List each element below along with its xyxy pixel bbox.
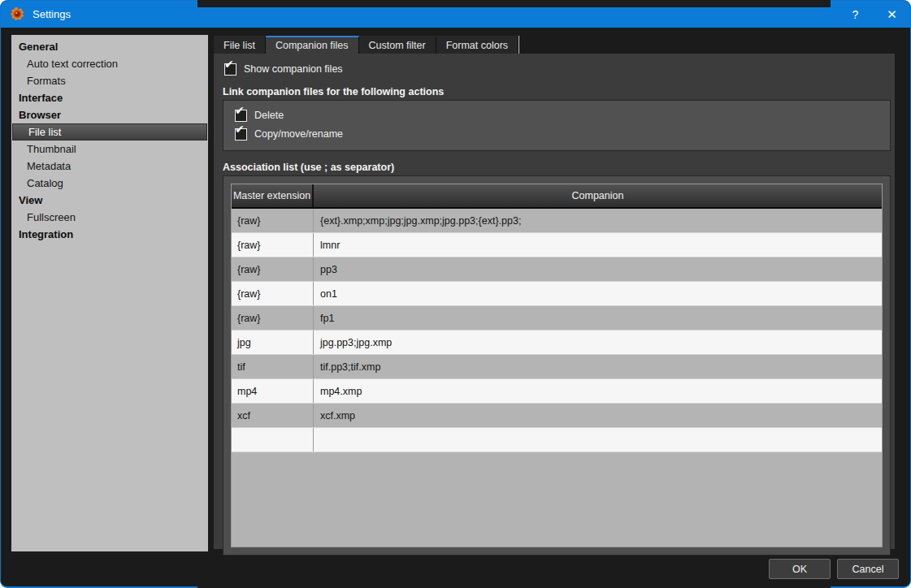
companion-cell[interactable]: fp1 [314,306,882,330]
master-extension-cell[interactable]: {raw} [232,209,314,232]
window-title: Settings [33,8,71,20]
sidebar-item-metadata[interactable]: Metadata [11,158,208,175]
association-row-10[interactable] [232,428,882,452]
association-row-6[interactable]: jpgjpg.pp3;jpg.xmp [232,331,882,355]
cancel-button[interactable]: Cancel [837,559,899,579]
association-row-8[interactable]: mp4mp4.xmp [232,379,882,404]
titlebar-buttons: ? ✕ [837,1,910,28]
companion-cell[interactable]: pp3 [314,257,882,281]
companion-cell[interactable]: tif.pp3;tif.xmp [314,355,882,378]
companion-cell[interactable]: {ext}.xmp;xmp;jpg;jpg.xmp;jpg.pp3;{ext}.… [314,209,882,232]
checkmark-icon: ✔ [235,105,245,116]
association-row-7[interactable]: tiftif.pp3;tif.xmp [232,355,882,379]
checkbox-icon: ✔ [224,63,236,76]
association-row-1[interactable]: {raw}{ext}.xmp;xmp;jpg;jpg.xmp;jpg.pp3;{… [232,209,882,233]
category-sidebar: GeneralAuto text correctionFormatsInterf… [11,35,208,551]
sidebar-item-file-list[interactable]: File list [12,123,207,141]
tab-companion-files[interactable]: Companion files [266,36,359,54]
master-extension-cell[interactable] [232,428,314,452]
companion-files-panel: ✔ Show companion files Link companion fi… [214,54,895,549]
checkmark-icon: ✔ [224,58,234,70]
companion-cell[interactable]: lmnr [314,233,882,257]
sidebar-item-catalog[interactable]: Catalog [11,175,208,192]
master-extension-cell[interactable]: {raw} [232,233,314,257]
delete-checkbox[interactable]: ✔ Delete [235,109,880,122]
sidebar-item-integration[interactable]: Integration [11,226,208,243]
settings-window: Settings ? ✕ GeneralAuto text correction… [0,0,911,588]
companion-cell[interactable]: jpg.pp3;jpg.xmp [314,331,882,354]
show-companion-files-checkbox[interactable]: ✔ Show companion files [224,63,891,76]
ok-button[interactable]: OK [769,559,831,579]
checkbox-icon: ✔ [235,110,247,122]
association-row-5[interactable]: {raw}fp1 [232,306,882,331]
link-group-title: Link companion files for the following a… [223,86,891,97]
association-row-3[interactable]: {raw}pp3 [232,257,882,282]
companion-cell[interactable]: on1 [314,282,882,305]
association-table-frame: Master extension Companion {raw}{ext}.xm… [223,175,891,556]
sidebar-item-formats[interactable]: Formats [11,72,208,89]
column-header-companion[interactable]: Companion [314,184,882,207]
copy-move-rename-checkbox[interactable]: ✔ Copy/move/rename [235,128,880,141]
master-extension-cell[interactable]: mp4 [232,379,314,403]
master-extension-cell[interactable]: tif [232,355,314,378]
sidebar-item-fullscreen[interactable]: Fullscreen [11,209,208,226]
checkbox-icon: ✔ [235,128,247,141]
help-icon[interactable]: ? [837,1,874,28]
master-extension-cell[interactable]: {raw} [232,282,314,305]
association-table: Master extension Companion {raw}{ext}.xm… [231,184,883,547]
tab-file-list[interactable]: File list [214,36,266,54]
sidebar-item-view[interactable]: View [11,192,208,209]
sidebar-item-general[interactable]: General [11,38,208,55]
association-table-header: Master extension Companion [232,184,882,209]
companion-cell[interactable]: xcf.xmp [314,404,882,427]
checkbox-label: Copy/move/rename [254,128,343,140]
tab-custom-filter[interactable]: Custom filter [359,36,436,54]
master-extension-cell[interactable]: {raw} [232,257,314,281]
close-icon[interactable]: ✕ [874,1,910,28]
checkmark-icon: ✔ [235,123,245,135]
sidebar-item-auto-text-correction[interactable]: Auto text correction [11,55,208,72]
checkbox-label: Show companion files [244,63,343,75]
association-row-9[interactable]: xcfxcf.xmp [232,404,882,428]
companion-cell[interactable]: mp4.xmp [314,379,882,403]
association-row-4[interactable]: {raw}on1 [232,282,882,306]
companion-cell[interactable] [314,428,882,452]
column-header-master-extension[interactable]: Master extension [232,184,314,207]
sidebar-item-browser[interactable]: Browser [11,106,208,123]
master-extension-cell[interactable]: xcf [232,404,314,427]
sidebar-item-thumbnail[interactable]: Thumbnail [11,141,208,158]
app-icon [11,7,24,21]
sidebar-list: GeneralAuto text correctionFormatsInterf… [11,38,208,243]
master-extension-cell[interactable]: {raw} [232,306,314,330]
association-row-2[interactable]: {raw}lmnr [232,233,882,257]
background-window-edge-top [197,0,831,7]
tab-format-colors[interactable]: Format colors [436,36,518,54]
sidebar-item-interface[interactable]: Interface [11,89,208,106]
checkbox-label: Delete [254,110,284,121]
master-extension-cell[interactable]: jpg [232,331,314,354]
tab-bar: File listCompanion filesCustom filterFor… [214,36,519,54]
tab-strip-endcap [518,36,519,54]
link-actions-groupbox: ✔ Delete ✔ Copy/move/rename [223,100,891,151]
association-list-title: Association list (use ; as separator) [223,162,891,173]
